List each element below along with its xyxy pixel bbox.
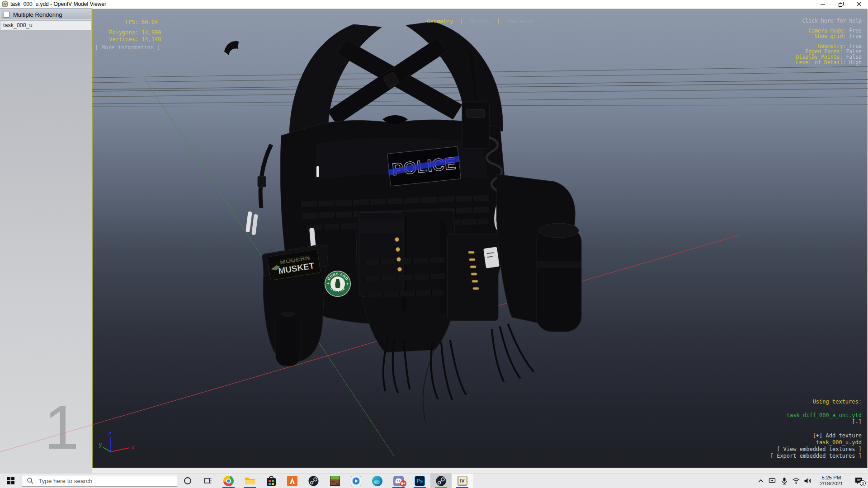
tab-separator: | <box>460 18 463 24</box>
multiple-rendering-label: Multiple Rendering <box>13 11 62 18</box>
taskbar-icon-chrome[interactable] <box>218 474 239 488</box>
taskbar-icon-discord[interactable]: 9+ <box>388 474 409 488</box>
fivem-icon <box>287 476 297 486</box>
tab-geometry[interactable]: Geometry <box>427 18 453 24</box>
openiv-icon: IV <box>458 476 467 486</box>
taskbar-icon-openiv[interactable]: IV <box>452 474 473 488</box>
cortana-icon <box>184 477 192 485</box>
model-list-sidebar: Multiple Rendering task_000_u 1 <box>0 8 92 473</box>
show-grid-value: True <box>849 33 862 39</box>
textures-panel: Using textures: task_diff_000_a_uni.ytd … <box>760 399 862 460</box>
task-view-icon <box>204 477 212 485</box>
polygons-label: Polygons: <box>95 29 138 36</box>
chrome-icon <box>223 476 234 486</box>
help-link[interactable]: Click here for help <box>802 18 862 23</box>
vertices-label: Vertices: <box>95 36 138 43</box>
show-grid-row: Show grid: True <box>796 33 862 39</box>
steam-icon <box>436 476 446 486</box>
tray-volume-button[interactable] <box>802 474 814 488</box>
taskbar-icon-edge[interactable] <box>367 474 388 488</box>
model-file-name: task_000_u.ydd <box>760 439 862 446</box>
window-title: task_000_u.ydd - OpenIV Model Viewer <box>10 1 106 7</box>
openiv-app-icon: IV <box>2 1 8 7</box>
edge-icon <box>372 476 382 486</box>
taskbar-icon-fivem[interactable] <box>282 474 303 488</box>
tray-date: 2/18/2021 <box>814 481 849 487</box>
level-of-detail-value: High <box>849 60 862 65</box>
taskbar-icon-media-player[interactable] <box>345 474 367 488</box>
vertices-value: 14,148 <box>142 36 161 43</box>
tab-bounds[interactable]: Bounds <box>470 18 490 24</box>
action-center-button[interactable]: 3 <box>849 474 868 488</box>
chevron-up-icon <box>758 479 764 483</box>
tray-microphone-button[interactable] <box>778 474 790 488</box>
multiple-rendering-header: Multiple Rendering <box>0 9 91 20</box>
search-icon <box>27 477 34 484</box>
taskbar-icon-file-explorer[interactable] <box>239 474 260 488</box>
taskbar-icon-microsoft-store[interactable] <box>260 474 282 488</box>
view-embedded-textures-button[interactable]: [ View embedded textures ] <box>760 446 862 453</box>
level-of-detail-row: Level of Detail: High <box>796 60 862 65</box>
tray-network-button[interactable] <box>790 474 802 488</box>
polygons-row: Polygons: 14,980 <box>95 29 161 36</box>
texture-name[interactable]: task_diff_000_a_uni.ytd <box>787 412 862 418</box>
restore-button[interactable] <box>832 0 850 8</box>
remove-texture-button[interactable]: [-] <box>852 419 862 425</box>
windows-taskbar: 9+ Ps IV <box>0 473 868 488</box>
screen-cast-icon <box>769 477 777 484</box>
notification-count-badge: 3 <box>860 480 866 486</box>
tray-meet-now-button[interactable] <box>767 474 778 488</box>
restore-icon <box>839 2 844 7</box>
taskbar-icon-steam[interactable] <box>303 474 324 488</box>
microphone-icon <box>780 477 788 485</box>
taskbar-icon-minecraft[interactable] <box>324 474 345 488</box>
openiv-window: IV task_000_u.ydd - OpenIV Model Viewer … <box>0 0 868 488</box>
close-button[interactable] <box>850 0 868 8</box>
vertices-row: Vertices: 14,148 <box>95 36 161 43</box>
multiple-rendering-checkbox[interactable] <box>4 12 9 18</box>
task-view-button[interactable] <box>198 474 218 488</box>
photoshop-icon: Ps <box>415 476 425 486</box>
tab-skeleton[interactable]: Skeleton <box>507 18 533 24</box>
tray-clock[interactable]: 5:25 PM 2/18/2021 <box>814 475 849 487</box>
close-icon <box>857 2 861 6</box>
viewport-tabs: Geometry | Bounds | Skeleton <box>92 18 868 24</box>
speaker-icon <box>804 477 812 484</box>
discord-notification-badge: 9+ <box>400 480 406 487</box>
show-grid-label: Show grid: <box>815 33 846 39</box>
taskbar-icon-steam-active[interactable] <box>430 474 452 488</box>
tab-separator: | <box>496 18 500 24</box>
model-index-watermark: 1 <box>44 396 79 458</box>
model-viewport-canvas[interactable] <box>92 9 868 468</box>
wifi-icon <box>792 477 800 484</box>
media-player-icon <box>351 476 361 486</box>
more-information-link[interactable]: [ More information ] <box>95 44 161 51</box>
minecraft-icon <box>330 476 340 486</box>
render-settings-panel: Click here for help Camera mode: Free Sh… <box>796 18 862 65</box>
polygons-value: 14,980 <box>142 29 161 36</box>
main-content: Multiple Rendering task_000_u 1 <box>0 8 868 473</box>
microsoft-store-icon <box>266 476 276 486</box>
start-button[interactable] <box>0 474 22 488</box>
level-of-detail-label: Level of Detail: <box>796 60 846 65</box>
system-tray: 5:25 PM 2/18/2021 3 <box>755 474 868 488</box>
steam-icon <box>308 476 319 486</box>
search-input[interactable] <box>38 478 165 484</box>
windows-logo-icon <box>7 477 14 484</box>
tray-time: 5:25 PM <box>814 475 849 481</box>
sidebar-item-task-000-u[interactable]: task_000_u <box>0 21 91 30</box>
texture-entry-row: task_diff_000_a_uni.ytd [-] <box>760 405 862 432</box>
minimize-button[interactable] <box>814 0 832 8</box>
taskbar-search[interactable] <box>22 475 177 487</box>
export-embedded-textures-button[interactable]: [ Export embedded textures ] <box>760 453 862 460</box>
using-textures-header: Using textures: <box>760 399 862 405</box>
file-explorer-icon <box>245 476 255 485</box>
titlebar: IV task_000_u.ydd - OpenIV Model Viewer <box>0 0 868 8</box>
tray-overflow-button[interactable] <box>755 474 767 488</box>
taskbar-icon-photoshop[interactable]: Ps <box>409 474 430 488</box>
minimize-icon <box>821 2 825 6</box>
cortana-button[interactable] <box>177 474 198 488</box>
add-texture-button[interactable]: [+] Add texture <box>760 432 862 439</box>
